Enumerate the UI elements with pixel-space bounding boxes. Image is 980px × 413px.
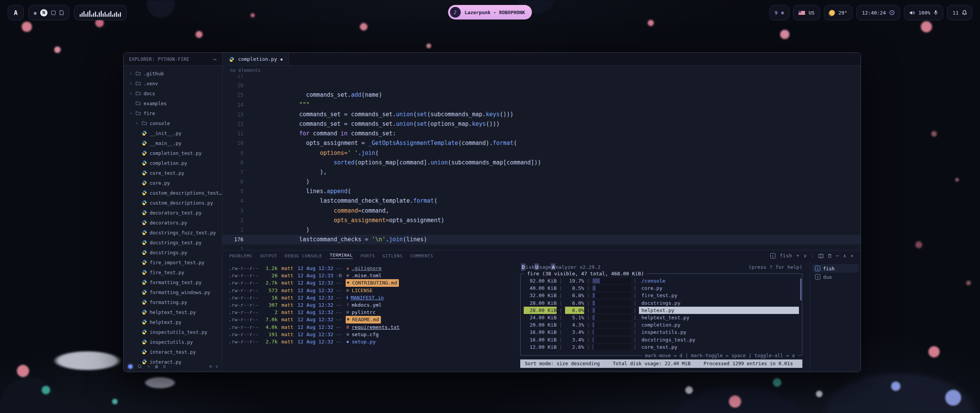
tree-item[interactable]: core.py xyxy=(124,178,222,188)
file-tray-icon[interactable] xyxy=(59,10,64,15)
panel-tab[interactable]: PORTS xyxy=(361,254,375,259)
line-number: 1 xyxy=(222,225,251,235)
speaker-icon xyxy=(909,10,915,15)
file-name: pylintrc xyxy=(352,309,376,316)
panel-tab[interactable]: GITLENS xyxy=(382,254,403,259)
panel-tab[interactable]: PROBLEMS xyxy=(229,254,252,259)
grid-icon[interactable]: ▦ xyxy=(155,364,158,369)
column-separator xyxy=(634,285,637,292)
window-icon[interactable] xyxy=(51,10,56,15)
editor-tab-completion[interactable]: completion.py ● xyxy=(222,53,289,65)
tree-item[interactable]: core_test.py xyxy=(124,168,222,178)
terminal-profile-chevron-icon[interactable]: ∨ xyxy=(804,253,807,259)
weather-module[interactable]: 29° xyxy=(824,5,853,20)
graph-bar xyxy=(93,13,94,17)
tree-item[interactable]: completion.py xyxy=(124,158,222,168)
terminal-output[interactable]: .rw-r--r-- 1.2k matt 12 Aug 12:32 -- ± .… xyxy=(222,261,517,372)
tree-item[interactable]: custom_descriptions.py xyxy=(124,198,222,208)
panel-more-icon[interactable]: ⋯ xyxy=(836,253,839,259)
volume-module[interactable]: 100% xyxy=(904,5,943,20)
panel-tab[interactable]: COMMENTS xyxy=(410,254,433,259)
tree-item[interactable]: custom_descriptions_test.py xyxy=(124,188,222,198)
tree-item[interactable]: __main__.py xyxy=(124,138,222,148)
tree-item[interactable]: console xyxy=(124,118,222,128)
panel-tab[interactable]: DEBUG CONSOLE xyxy=(285,254,322,259)
permissions: .rw-r--r-- xyxy=(229,265,261,272)
breadcrumb[interactable]: no elements xyxy=(222,66,861,75)
tree-item[interactable]: __init__.py xyxy=(124,128,222,138)
close-panel-icon[interactable]: × xyxy=(851,253,854,259)
tree-item[interactable]: docs xyxy=(124,88,222,98)
tree-item[interactable]: decorators.py xyxy=(124,218,222,228)
file-listing-row: .rw-r--r-- 26 matt 12 Aug 12:33 -N ⚙ .mi… xyxy=(229,272,517,279)
filetype-icon: ◆ xyxy=(346,338,349,345)
disk-usage-analyzer[interactable]: D isk U sage A nalyzer v2.29.2 (press ? … xyxy=(517,261,810,372)
media-player-widget[interactable]: ♪ Lazerpunk - ROBOPHONK xyxy=(448,5,532,20)
tree-item[interactable]: docstrings.py xyxy=(124,247,222,257)
code-line: 13 for command in commands_set: xyxy=(222,110,861,119)
line-number: 11 xyxy=(222,129,251,138)
sidebar-footer-right: ⚙ ∨ xyxy=(209,364,218,369)
terminal-session[interactable]: ❯ fish xyxy=(812,264,859,273)
tree-item[interactable]: helptext_test.py xyxy=(124,307,222,317)
tree-item-label: helptext_test.py xyxy=(150,309,196,315)
search-icon[interactable] xyxy=(137,364,142,369)
tree-item[interactable]: fire_test.py xyxy=(124,267,222,277)
permissions: .rw-r--r-- xyxy=(229,309,261,316)
panel-tab[interactable]: TERMINAL xyxy=(330,253,353,259)
dua-scrollbar[interactable] xyxy=(800,278,802,301)
panel-tab[interactable]: OUTPUT xyxy=(260,254,277,259)
list-icon[interactable]: ≣ xyxy=(163,364,165,369)
n-tray-icon[interactable]: N xyxy=(40,9,47,16)
tree-item[interactable]: fire xyxy=(124,108,222,118)
tree-item[interactable]: decorators_test.py xyxy=(124,208,222,218)
permissions: .rw-r--r-- xyxy=(229,338,261,345)
tree-item[interactable]: formatting_windows.py xyxy=(124,287,222,297)
usage-bar xyxy=(593,344,631,350)
file-name: MANIFEST.in xyxy=(351,294,384,301)
collapse-icon[interactable]: ∨ xyxy=(216,364,218,369)
gear-icon[interactable]: ⚙ xyxy=(209,364,212,369)
maximize-panel-icon[interactable]: ∧ xyxy=(843,253,846,259)
kill-terminal-icon[interactable] xyxy=(828,254,832,258)
tree-item[interactable]: docstrings_fuzz_test.py xyxy=(124,228,222,237)
status-circle-icon[interactable]: ◉ xyxy=(34,10,37,16)
notifications-module[interactable]: 11 xyxy=(947,5,972,20)
tree-item[interactable]: formatting_test.py xyxy=(124,277,222,287)
split-terminal-icon[interactable] xyxy=(818,254,823,258)
terminal-controls: ❯ fish + ∨ | ⋯ ∧ × xyxy=(770,253,854,259)
terminal-session[interactable]: ❯ dua xyxy=(812,273,859,281)
launcher-button[interactable]: A xyxy=(8,5,24,20)
tree-item[interactable]: examples xyxy=(124,98,222,108)
line-number: 5 xyxy=(222,187,251,196)
keyboard-layout-module[interactable]: US xyxy=(793,5,820,20)
terminal-profile-icon: ❯ xyxy=(770,253,776,259)
remote-status-icon[interactable] xyxy=(128,364,132,369)
graph-bar xyxy=(89,10,90,17)
edit-icon[interactable]: ✎ xyxy=(147,364,150,369)
tree-item[interactable]: .github xyxy=(124,68,222,78)
tree-item-label: completion.py xyxy=(150,160,187,166)
tree-item[interactable]: helptext.py xyxy=(124,317,222,327)
more-actions-icon[interactable]: ⋯ xyxy=(213,56,217,62)
updates-module[interactable]: 9 ⊕ xyxy=(769,5,790,20)
bell-icon xyxy=(962,10,967,15)
tree-item[interactable]: interact_test.py xyxy=(124,347,222,357)
dua-row: 16.00 KiB 3.4% docstrings_test.p xyxy=(524,336,799,343)
file-name: LICENSE xyxy=(352,287,373,294)
code-editor[interactable]: 17 commands_set.add(name) 16 """ 15 xyxy=(222,71,861,250)
tree-item[interactable]: fire_import_test.py xyxy=(124,257,222,267)
code-line: 1 xyxy=(222,225,861,235)
file-listing-row: .rw-r--r-- 191 matt 12 Aug 12:32 -- ⚙ se… xyxy=(229,331,517,338)
file-name: requirements.txt xyxy=(352,324,400,331)
tree-item[interactable]: formatting.py xyxy=(124,297,222,307)
file-owner: matt xyxy=(281,272,297,279)
clock-module[interactable]: 12:40:24 xyxy=(856,5,900,20)
tree-item[interactable]: inspectutils_test.py xyxy=(124,327,222,337)
new-terminal-button[interactable]: + xyxy=(796,253,799,259)
tree-item[interactable]: completion_test.py xyxy=(124,148,222,158)
tree-item[interactable]: inspectutils.py xyxy=(124,337,222,347)
usage-bar xyxy=(593,322,631,328)
tree-item[interactable]: .venv xyxy=(124,78,222,88)
tree-item[interactable]: docstrings_test.py xyxy=(124,237,222,247)
